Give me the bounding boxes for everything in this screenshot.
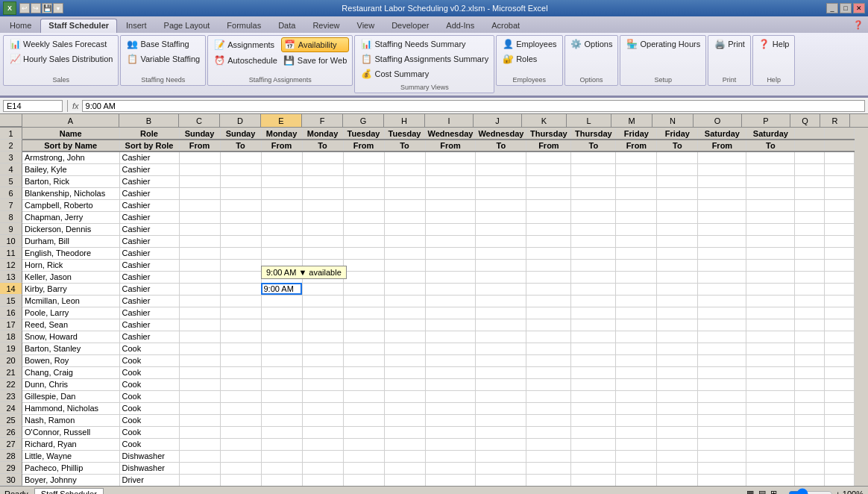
cell-r18c17[interactable] [795,331,825,343]
cell-r19c3[interactable] [179,343,220,354]
cell-r23c15[interactable] [698,390,746,402]
row-header-6[interactable]: 6 [0,187,22,199]
cell-r25c17[interactable] [795,414,825,426]
cell-r3c15[interactable] [698,151,746,163]
cell-r14c16[interactable] [746,283,795,295]
col-header-e[interactable]: E [261,114,302,127]
cell-r1c14[interactable]: Friday [657,128,698,140]
cell-r2c4[interactable]: To [220,140,261,151]
tab-view[interactable]: View [349,19,383,33]
cell-r2c8[interactable]: To [384,140,425,151]
cell-r21c3[interactable] [179,366,220,378]
cell-r29c13[interactable] [616,462,657,474]
cell-r6c4[interactable] [220,187,261,199]
cell-r25c2[interactable]: Cook [119,414,179,426]
cell-r14c14[interactable] [657,283,698,295]
cell-r15c6[interactable] [302,295,343,307]
cell-r23c1[interactable]: Gillespie, Dan [22,390,119,402]
cell-r27c16[interactable] [746,438,795,450]
assignments-button[interactable]: 📝 Assignments [211,37,280,52]
cell-r10c9[interactable] [425,235,476,247]
cell-r12c14[interactable] [657,259,698,271]
cell-r29c17[interactable] [795,462,825,474]
cell-r10c2[interactable]: Cashier [119,235,179,247]
cell-r17c11[interactable] [526,319,571,331]
cell-r2c16[interactable]: To [746,140,795,151]
cell-r22c12[interactable] [571,378,616,390]
cell-r29c6[interactable] [302,462,343,474]
zoom-out-button[interactable]: − [781,490,786,495]
cell-r7c5[interactable] [261,199,302,211]
cell-r18c11[interactable] [526,331,571,343]
cell-r29c8[interactable] [384,462,425,474]
cell-r7c10[interactable] [476,199,526,211]
row-header-29[interactable]: 29 [0,462,22,474]
cell-r24c12[interactable] [571,402,616,414]
cell-r17c14[interactable] [657,319,698,331]
cell-r9c10[interactable] [476,223,526,235]
cell-r26c16[interactable] [746,426,795,438]
cell-r1c2[interactable]: Role [119,128,179,140]
cell-r26c2[interactable]: Cook [119,426,179,438]
cell-r19c11[interactable] [526,343,571,354]
cell-r19c14[interactable] [657,343,698,354]
cell-r28c2[interactable]: Dishwasher [119,450,179,462]
cell-r5c1[interactable]: Barton, Rick [22,175,119,187]
cell-r6c15[interactable] [698,187,746,199]
cell-r4c5[interactable] [261,163,302,175]
cell-r13c10[interactable] [476,271,526,283]
cell-r20c16[interactable] [746,354,795,366]
cell-r25c1[interactable]: Nash, Ramon [22,414,119,426]
cell-r20c3[interactable] [179,354,220,366]
cell-r8c5[interactable] [261,211,302,223]
cell-r4c16[interactable] [746,163,795,175]
cell-r2c11[interactable]: From [526,140,571,151]
cell-r19c8[interactable] [384,343,425,354]
cell-r12c9[interactable] [425,259,476,271]
cell-r28c16[interactable] [746,450,795,462]
cell-r7c4[interactable] [220,199,261,211]
tab-addins[interactable]: Add-Ins [438,19,482,33]
cell-r14c5[interactable]: 9:00 AM [261,283,302,295]
cell-r24c2[interactable]: Cook [119,402,179,414]
cell-r2c7[interactable]: From [343,140,384,151]
cell-r26c6[interactable] [302,426,343,438]
cell-r4c1[interactable]: Bailey, Kyle [22,163,119,175]
cell-r27c4[interactable] [220,438,261,450]
cell-r29c12[interactable] [571,462,616,474]
cell-r23c18[interactable] [825,390,855,402]
cell-r21c11[interactable] [526,366,571,378]
cell-r14c7[interactable] [343,283,384,295]
cell-r20c10[interactable] [476,354,526,366]
cell-r4c4[interactable] [220,163,261,175]
cell-r17c5[interactable] [261,319,302,331]
cell-r25c9[interactable] [425,414,476,426]
cell-r11c10[interactable] [476,247,526,259]
cell-r8c18[interactable] [825,211,855,223]
cell-r2c3[interactable]: From [179,140,220,151]
cell-r9c4[interactable] [220,223,261,235]
cell-r3c9[interactable] [425,151,476,163]
cell-r15c17[interactable] [795,295,825,307]
cell-r12c8[interactable] [384,259,425,271]
view-layout[interactable]: ▤ [758,489,766,494]
col-header-h[interactable]: H [384,114,425,127]
cell-r19c4[interactable] [220,343,261,354]
cell-r14c3[interactable] [179,283,220,295]
cell-r17c7[interactable] [343,319,384,331]
cell-r6c18[interactable] [825,187,855,199]
cell-r26c7[interactable] [343,426,384,438]
row-header-24[interactable]: 24 [0,402,22,414]
row-header-3[interactable]: 3 [0,151,22,163]
cell-r30c7[interactable] [343,474,384,486]
cell-r18c13[interactable] [616,331,657,343]
cell-r21c4[interactable] [220,366,261,378]
sheet-tab[interactable]: Staff Scheduler [34,488,104,495]
cell-r11c13[interactable] [616,247,657,259]
cell-r14c1[interactable]: Kirby, Barry [22,283,119,295]
cell-r23c6[interactable] [302,390,343,402]
cell-r2c6[interactable]: To [302,140,343,151]
cell-r22c16[interactable] [746,378,795,390]
cell-r25c12[interactable] [571,414,616,426]
roles-button[interactable]: 🔐 Roles [500,52,559,66]
